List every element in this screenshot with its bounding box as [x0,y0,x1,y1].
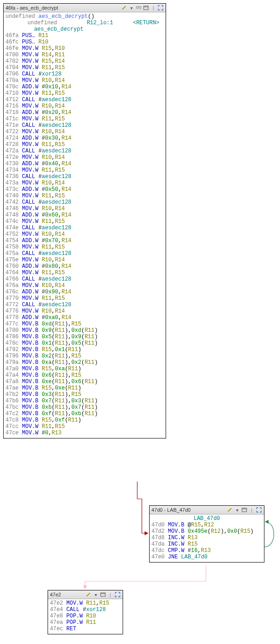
branch-arrow [0,0,280,644]
